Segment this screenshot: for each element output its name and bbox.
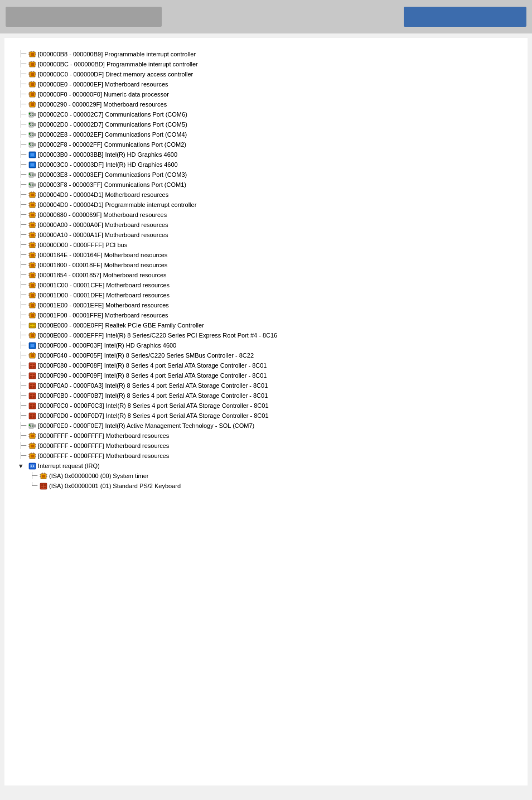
mb-icon — [28, 351, 37, 359]
tree-connector: ├─ — [19, 50, 28, 59]
tree-row[interactable]: ├─ [0000F040 - 0000F05F] Intel(R) 8 Seri… — [8, 350, 524, 360]
svg-rect-89 — [29, 182, 33, 187]
mb-icon — [28, 221, 37, 229]
app-window: ├─ [000000B8 - 000000B9] Programmable in… — [0, 0, 532, 785]
tree-connector: ├─ — [19, 210, 28, 219]
tree-item-label: [00001D00 - 00001DFE] Motherboard resour… — [38, 291, 170, 300]
tree-connector: ├─ — [19, 391, 28, 400]
tree-item-label: [0000FFFF - 0000FFFF] Motherboard resour… — [38, 451, 169, 460]
svg-point-94 — [32, 185, 33, 186]
tree-connector: ├─ — [19, 150, 28, 159]
tree-row[interactable]: ├─ [0000F090 - 0000F09F] Intel(R) 8 Seri… — [8, 370, 524, 380]
tree-connector: ├─ — [19, 160, 28, 169]
tree-row[interactable]: ├─ [0000FFFF - 0000FFFF] Motherboard res… — [8, 441, 524, 451]
svg-rect-48 — [29, 112, 33, 117]
tree-row[interactable]: ├─ [00001800 - 000018FE] Motherboard res… — [8, 260, 524, 270]
tree-row[interactable]: ├─ [0000FFFF - 0000FFFF] Motherboard res… — [8, 451, 524, 461]
svg-rect-137 — [31, 244, 34, 247]
tree-row[interactable]: ├─ (ISA) 0x00000000 (00) System timer — [8, 471, 524, 481]
svg-rect-81 — [31, 163, 34, 166]
svg-rect-248 — [33, 425, 36, 427]
svg-point-59 — [32, 123, 33, 124]
tree-connector: ├─ — [30, 471, 39, 480]
svg-rect-214 — [31, 344, 34, 347]
tree-row[interactable]: ├─ [000000B8 - 000000B9] Programmable in… — [8, 49, 524, 59]
mb-icon — [28, 452, 37, 460]
tree-connector: ├─ — [19, 281, 28, 290]
svg-rect-177 — [31, 294, 34, 297]
tree-row[interactable]: ├─ [000003B0 - 000003BB] Intel(R) HD Gra… — [8, 150, 524, 160]
tree-connector: ├─ — [19, 70, 28, 79]
tree-row[interactable]: ├─ [000002F8 - 000002FF] Communications … — [8, 139, 524, 150]
tree-row[interactable]: ├─ [000002D0 - 000002D7] Communications … — [8, 119, 524, 129]
tree-row[interactable]: ├─ [00001F00 - 00001FFE] Motherboard res… — [8, 310, 524, 320]
tree-item-label: [000003F8 - 000003FF] Communications Por… — [38, 180, 186, 189]
svg-point-86 — [32, 174, 33, 175]
tree-connector: ├─ — [19, 240, 28, 249]
tree-row[interactable]: ├─ [00001D00 - 00001DFE] Motherboard res… — [8, 290, 524, 300]
tree-item-label: [0000FFFF - 0000FFFF] Motherboard resour… — [38, 431, 169, 440]
svg-point-73 — [32, 143, 33, 144]
tree-row[interactable]: ├─ [0000E000 - 0000EFFF] Intel(R) 8 Seri… — [8, 330, 524, 340]
tree-item-label: [00001F00 - 00001FFE] Motherboard resour… — [38, 311, 168, 320]
tree-row[interactable]: ├─ [0000F0A0 - 0000F0A3] Intel(R) 8 Seri… — [8, 380, 524, 391]
tree-item-label: [0000F0C0 - 0000F0C3] Intel(R) 8 Series … — [38, 401, 269, 410]
svg-point-87 — [32, 175, 33, 176]
tree-row[interactable]: ├─ [0000F080 - 0000F08F] Intel(R) 8 Seri… — [8, 360, 524, 370]
tree-row[interactable]: ├─ [00001E00 - 00001EFE] Motherboard res… — [8, 300, 524, 310]
tree-item-label: (ISA) 0x00000000 (00) System timer — [49, 471, 149, 480]
tree-row[interactable]: ├─ [00000A00 - 00000A0F] Motherboard res… — [8, 220, 524, 230]
tree-row[interactable]: ├─ [00001C00 - 00001CFE] Motherboard res… — [8, 280, 524, 290]
tree-row[interactable]: ├─ [0000F0B0 - 0000F0B7] Intel(R) 8 Seri… — [8, 391, 524, 401]
mb-icon — [28, 442, 37, 450]
svg-point-74 — [32, 145, 33, 146]
tree-item-label: [000004D0 - 000004D1] Programmable inter… — [38, 200, 196, 209]
svg-point-60 — [32, 125, 33, 126]
mb-icon — [28, 201, 37, 209]
tree-row[interactable]: ├─ [00000A10 - 00000A1F] Motherboard res… — [8, 230, 524, 240]
tree-row[interactable]: ├─ [0000F0E0 - 0000F0E7] Intel(R) Active… — [8, 421, 524, 431]
tree-row[interactable]: ├─ [000002C0 - 000002C7] Communications … — [8, 109, 524, 119]
tree-row[interactable]: ├─ [0000F0D0 - 0000F0D7] Intel(R) 8 Seri… — [8, 411, 524, 421]
tree-row[interactable]: ├─ [00000290 - 0000029F] Motherboard res… — [8, 99, 524, 109]
tree-row[interactable]: ├─ [00000680 - 0000069F] Motherboard res… — [8, 210, 524, 220]
tree-row[interactable]: ├─ [000004D0 - 000004D1] Programmable in… — [8, 200, 524, 210]
irq-section-label: Interrupt request (IRQ) — [38, 462, 100, 469]
irq-section-header[interactable]: ▼ Interrupt request (IRQ) — [8, 461, 524, 471]
mb-icon — [28, 211, 37, 219]
svg-point-72 — [30, 145, 31, 146]
tree-row[interactable]: ├─ [000003E8 - 000003EF] Communications … — [8, 170, 524, 180]
tree-row[interactable]: ├─ [0000E000 - 0000E0FF] Realtek PCIe GB… — [8, 320, 524, 330]
svg-rect-271 — [31, 455, 34, 457]
tree-row[interactable]: ├─ [00001854 - 00001857] Motherboard res… — [8, 270, 524, 280]
tree-row[interactable]: ├─ [000003F8 - 000003FF] Communications … — [8, 180, 524, 190]
svg-rect-82 — [29, 172, 33, 177]
svg-rect-90 — [33, 184, 36, 186]
tree-row[interactable]: ├─ [0000FFFF - 0000FFFF] Motherboard res… — [8, 431, 524, 441]
tree-connector: ├─ — [19, 190, 28, 199]
tree-row[interactable]: ├─ [000003C0 - 000003DF] Intel(R) HD Gra… — [8, 160, 524, 170]
tree-item-label: [000003C0 - 000003DF] Intel(R) HD Graphi… — [38, 160, 178, 169]
tree-row[interactable]: ├─ [000000BC - 000000BD] Programmable in… — [8, 59, 524, 69]
tree-row[interactable]: ├─ [000000C0 - 000000DF] Direct memory a… — [8, 69, 524, 79]
tree-item-label: [00001E00 - 00001EFE] Motherboard resour… — [38, 301, 169, 310]
tree-row[interactable]: ├─ [00000D00 - 0000FFFF] PCI bus — [8, 240, 524, 250]
svg-point-52 — [32, 113, 33, 114]
mb-icon — [28, 60, 37, 68]
svg-rect-193 — [31, 314, 34, 317]
tree-row[interactable]: ├─ [000002E8 - 000002EF] Communications … — [8, 129, 524, 139]
tree-row[interactable]: ├─ [000000F0 - 000000F0] Numeric data pr… — [8, 89, 524, 99]
svg-rect-17 — [31, 73, 34, 76]
tree-row[interactable]: ├─ [0000F000 - 0000F03F] Intel(R) HD Gra… — [8, 340, 524, 350]
tree-row[interactable]: ├─ [0000F0C0 - 0000F0C3] Intel(R) 8 Seri… — [8, 401, 524, 411]
expand-icon[interactable]: ▼ — [19, 462, 28, 470]
header-right-block — [404, 7, 526, 27]
svg-rect-105 — [31, 204, 34, 206]
tree-row[interactable]: └─ (ISA) 0x00000001 (01) Standard PS/2 K… — [8, 481, 524, 491]
mb-icon — [28, 271, 37, 279]
tree-row[interactable]: ├─ [000004D0 - 000004D1] Motherboard res… — [8, 190, 524, 200]
tree-row[interactable]: ├─ [000000E0 - 000000EF] Motherboard res… — [8, 79, 524, 89]
svg-rect-121 — [31, 224, 34, 226]
tree-row[interactable]: ├─ [0000164E - 0000164F] Motherboard res… — [8, 250, 524, 260]
tree-item-label: [000002D0 - 000002D7] Communications Por… — [38, 120, 187, 129]
